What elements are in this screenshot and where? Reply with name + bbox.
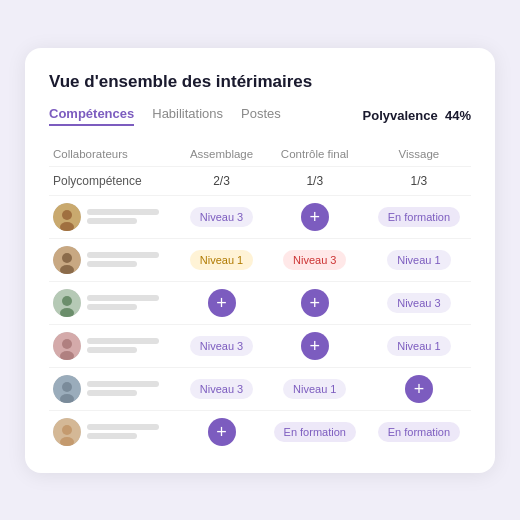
skill-badge: Niveau 3	[387, 293, 450, 313]
tab-postes[interactable]: Postes	[241, 106, 281, 126]
name-line-2	[87, 304, 137, 310]
poly-assemblage: 2/3	[180, 166, 262, 195]
add-skill-button[interactable]: +	[405, 375, 433, 403]
poly-label: Polycompétence	[49, 166, 180, 195]
svg-point-16	[62, 425, 72, 435]
tabs-container: Compétences Habilitations Postes	[49, 106, 281, 126]
skill-badge: En formation	[378, 422, 460, 442]
svg-point-1	[62, 210, 72, 220]
name-line-2	[87, 390, 137, 396]
svg-point-13	[62, 382, 72, 392]
col-vissage: Vissage	[367, 142, 471, 167]
collaborator-cell	[49, 238, 180, 281]
avatar	[53, 289, 81, 317]
skill-badge: Niveau 3	[190, 336, 253, 356]
polyvalence-value: 44%	[445, 108, 471, 123]
skill-badge: En formation	[378, 207, 460, 227]
table-row: ++Niveau 3	[49, 281, 471, 324]
skill-badge: Niveau 1	[387, 250, 450, 270]
name-line-1	[87, 252, 159, 258]
svg-point-10	[62, 339, 72, 349]
avatar	[53, 375, 81, 403]
poly-vissage: 1/3	[367, 166, 471, 195]
page-title: Vue d'ensemble des intérimaires	[49, 72, 471, 92]
table-row: +En formationEn formation	[49, 410, 471, 453]
skill-badge: Niveau 1	[387, 336, 450, 356]
name-line-1	[87, 424, 159, 430]
table-cell: +	[180, 281, 262, 324]
table-cell: Niveau 3	[367, 281, 471, 324]
name-line-1	[87, 295, 159, 301]
col-assemblage: Assemblage	[180, 142, 262, 167]
competences-table: Collaborateurs Assemblage Contrôle final…	[49, 142, 471, 453]
table-cell: +	[263, 324, 367, 367]
avatar	[53, 332, 81, 360]
collaborator-cell	[49, 367, 180, 410]
table-row: Niveau 1Niveau 3Niveau 1	[49, 238, 471, 281]
table-cell: +	[263, 195, 367, 238]
name-line-1	[87, 209, 159, 215]
polycompetence-row: Polycompétence 2/3 1/3 1/3	[49, 166, 471, 195]
add-skill-button[interactable]: +	[208, 418, 236, 446]
add-skill-button[interactable]: +	[301, 332, 329, 360]
tab-habilitations[interactable]: Habilitations	[152, 106, 223, 126]
skill-badge: En formation	[274, 422, 356, 442]
poly-controle: 1/3	[263, 166, 367, 195]
name-line-2	[87, 347, 137, 353]
col-controle: Contrôle final	[263, 142, 367, 167]
skill-badge: Niveau 3	[190, 207, 253, 227]
table-cell: En formation	[367, 195, 471, 238]
avatar	[53, 246, 81, 274]
table-cell: Niveau 1	[367, 324, 471, 367]
table-header: Collaborateurs Assemblage Contrôle final…	[49, 142, 471, 167]
collaborator-cell	[49, 281, 180, 324]
table-cell: Niveau 1	[367, 238, 471, 281]
table-cell: Niveau 3	[180, 324, 262, 367]
table-cell: +	[180, 410, 262, 453]
avatar	[53, 203, 81, 231]
name-line-2	[87, 261, 137, 267]
skill-badge: Niveau 3	[283, 250, 346, 270]
table-cell: En formation	[263, 410, 367, 453]
table-cell: +	[263, 281, 367, 324]
add-skill-button[interactable]: +	[301, 203, 329, 231]
table-body: Polycompétence 2/3 1/3 1/3 Niveau 3+En f…	[49, 166, 471, 453]
name-line-2	[87, 433, 137, 439]
add-skill-button[interactable]: +	[301, 289, 329, 317]
collaborator-cell	[49, 410, 180, 453]
col-collaborateurs: Collaborateurs	[49, 142, 180, 167]
table-cell: Niveau 3	[263, 238, 367, 281]
table-row: Niveau 3+Niveau 1	[49, 324, 471, 367]
tabs-row: Compétences Habilitations Postes Polyval…	[49, 106, 471, 126]
name-line-2	[87, 218, 137, 224]
table-cell: Niveau 1	[180, 238, 262, 281]
polyvalence-badge: Polyvalence 44%	[363, 108, 471, 123]
skill-badge: Niveau 3	[190, 379, 253, 399]
name-line-1	[87, 338, 159, 344]
tab-competences[interactable]: Compétences	[49, 106, 134, 126]
table-row: Niveau 3Niveau 1+	[49, 367, 471, 410]
table-cell: En formation	[367, 410, 471, 453]
table-cell: Niveau 3	[180, 367, 262, 410]
add-skill-button[interactable]: +	[208, 289, 236, 317]
skill-badge: Niveau 1	[283, 379, 346, 399]
table-cell: Niveau 3	[180, 195, 262, 238]
name-line-1	[87, 381, 159, 387]
main-card: Vue d'ensemble des intérimaires Compéten…	[25, 48, 495, 473]
collaborator-cell	[49, 195, 180, 238]
collaborator-cell	[49, 324, 180, 367]
skill-badge: Niveau 1	[190, 250, 253, 270]
svg-point-4	[62, 253, 72, 263]
table-cell: Niveau 1	[263, 367, 367, 410]
avatar	[53, 418, 81, 446]
svg-point-7	[62, 296, 72, 306]
table-cell: +	[367, 367, 471, 410]
table-row: Niveau 3+En formation	[49, 195, 471, 238]
